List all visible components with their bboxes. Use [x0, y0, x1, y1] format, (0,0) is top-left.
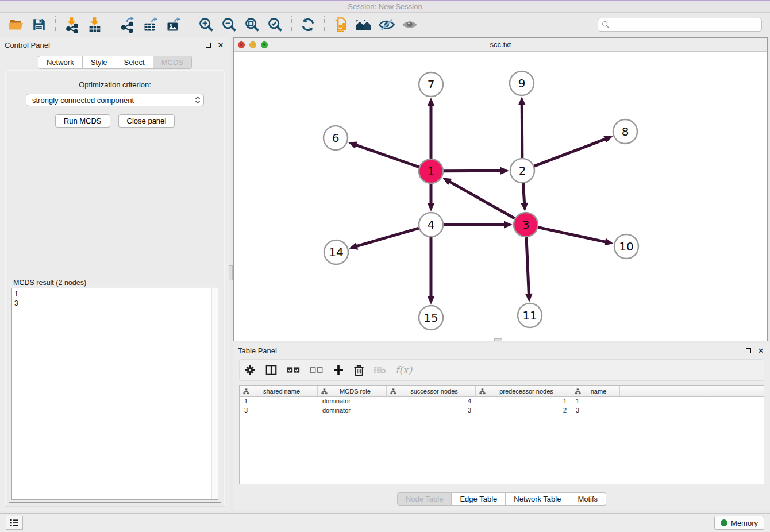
- deselect-all-rows-icon[interactable]: [310, 365, 324, 375]
- select-all-rows-icon[interactable]: [287, 365, 301, 375]
- graph-edge-2-9[interactable]: [518, 97, 526, 158]
- show-all-eye-icon[interactable]: [398, 14, 421, 35]
- network-window-title: scc.txt: [234, 40, 767, 49]
- criterion-dropdown[interactable]: strongly connected component: [26, 94, 204, 106]
- zoom-out-icon[interactable]: [218, 14, 241, 35]
- svg-text:14: 14: [329, 245, 343, 259]
- vertical-splitter-handle[interactable]: [229, 265, 233, 280]
- network-window-titlebar: ✕ − + scc.txt: [234, 38, 767, 52]
- graph-edge-1-7[interactable]: [428, 98, 435, 159]
- refresh-view-icon[interactable]: [297, 14, 319, 35]
- hide-selection-eye-slash-icon[interactable]: [375, 14, 398, 35]
- graph-edge-4-15[interactable]: [428, 237, 435, 304]
- open-session-icon[interactable]: [5, 14, 28, 35]
- control-tab-network[interactable]: Network: [38, 56, 83, 69]
- control-panel: Control Panel ✕ NetworkStyleSelectMCDS O…: [0, 37, 230, 511]
- result-scrollbar[interactable]: [211, 288, 218, 499]
- import-table-icon[interactable]: [83, 14, 106, 35]
- svg-text:8: 8: [622, 125, 629, 138]
- column-header-successor-nodes[interactable]: successor nodes: [387, 386, 476, 396]
- column-header-predecessor-nodes[interactable]: predecessor nodes: [476, 386, 571, 396]
- graph-node-14[interactable]: 14: [324, 240, 348, 264]
- table-row[interactable]: 3dominator323: [240, 406, 764, 415]
- save-session-icon[interactable]: [28, 14, 51, 35]
- zoom-window-icon[interactable]: +: [261, 41, 268, 48]
- horizontal-splitter-handle[interactable]: [494, 338, 502, 341]
- close-panel-icon[interactable]: ✕: [216, 40, 225, 49]
- graph-edge-1-6[interactable]: [348, 141, 419, 167]
- control-tab-mcds[interactable]: MCDS: [153, 56, 192, 69]
- table-panel-header: Table Panel ✕: [233, 343, 770, 358]
- close-table-panel-icon[interactable]: ✕: [756, 346, 765, 355]
- graph-edge-4-3[interactable]: [444, 221, 513, 229]
- toolbar-separator: [291, 16, 292, 33]
- network-graph: 7968124314101511: [234, 52, 767, 341]
- graph-node-9[interactable]: 9: [510, 71, 534, 95]
- graph-edge-3-10[interactable]: [538, 228, 613, 246]
- table-cell: 3: [571, 406, 620, 415]
- float-panel-icon[interactable]: [203, 40, 213, 49]
- add-column-plus-icon[interactable]: [333, 364, 344, 376]
- table-cell: 1: [240, 397, 318, 406]
- zoom-selected-icon[interactable]: [264, 14, 287, 35]
- column-type-icon: [243, 388, 249, 395]
- column-header-name[interactable]: name: [571, 386, 620, 396]
- close-panel-button[interactable]: Close panel: [118, 114, 175, 128]
- column-header-shared-name[interactable]: shared name: [240, 386, 318, 396]
- graph-edge-1-2[interactable]: [444, 167, 509, 175]
- import-network-icon[interactable]: [60, 14, 83, 35]
- table-cell: 1: [476, 397, 571, 406]
- export-image-icon[interactable]: [162, 14, 185, 35]
- table-settings-gear-icon[interactable]: [244, 364, 256, 376]
- graph-node-6[interactable]: 6: [324, 126, 348, 150]
- search-input[interactable]: [612, 21, 758, 29]
- zoom-in-icon[interactable]: [195, 14, 218, 35]
- main-toolbar: [0, 13, 770, 37]
- graph-edge-4-14[interactable]: [349, 228, 419, 249]
- graph-node-15[interactable]: 15: [419, 306, 443, 330]
- graph-node-10[interactable]: 10: [614, 234, 638, 259]
- window-title: Session: New Session: [348, 2, 422, 11]
- run-mcds-button[interactable]: Run MCDS: [55, 114, 110, 128]
- graph-edge-3-11[interactable]: [525, 237, 533, 302]
- control-tab-select[interactable]: Select: [116, 56, 153, 69]
- new-network-from-selection-icon[interactable]: [329, 14, 352, 35]
- close-window-icon[interactable]: ✕: [238, 41, 245, 48]
- network-canvas[interactable]: 7968124314101511: [234, 52, 767, 341]
- table-row[interactable]: 1dominator411: [240, 397, 764, 406]
- graph-node-8[interactable]: 8: [613, 119, 637, 144]
- zoom-fit-icon[interactable]: [241, 14, 264, 35]
- table-toolbar: f(x): [239, 359, 764, 381]
- table-tab-motifs[interactable]: Motifs: [569, 492, 606, 506]
- graph-node-7[interactable]: 7: [419, 72, 443, 97]
- graph-node-3[interactable]: 3: [514, 213, 538, 237]
- window-controls: ✕ − +: [238, 41, 268, 48]
- graph-node-11[interactable]: 11: [518, 303, 542, 327]
- graph-edge-1-4[interactable]: [428, 184, 435, 211]
- column-header-MCDS-role[interactable]: MCDS role: [318, 386, 387, 396]
- application-window: Session: New Session: [0, 0, 770, 532]
- search-field[interactable]: [598, 18, 762, 32]
- graph-edge-2-8[interactable]: [534, 136, 613, 166]
- minimize-window-icon[interactable]: −: [249, 41, 256, 48]
- graph-node-4[interactable]: 4: [419, 213, 443, 237]
- graph-edge-3-1[interactable]: [442, 178, 515, 218]
- export-network-icon[interactable]: [116, 14, 139, 35]
- column-type-icon: [479, 388, 486, 395]
- table-tab-node-table[interactable]: Node Table: [397, 492, 452, 506]
- table-tab-edge-table[interactable]: Edge Table: [452, 492, 506, 506]
- node-table[interactable]: shared nameMCDS rolesuccessor nodesprede…: [239, 385, 764, 484]
- column-visibility-icon[interactable]: [265, 364, 278, 376]
- table-tab-network-table[interactable]: Network Table: [506, 492, 569, 506]
- float-table-panel-icon[interactable]: [744, 346, 753, 355]
- control-tab-style[interactable]: Style: [83, 56, 116, 69]
- graph-node-1[interactable]: 1: [419, 159, 443, 183]
- export-table-icon[interactable]: [139, 14, 162, 35]
- apply-preferred-layout-icon[interactable]: [352, 14, 375, 35]
- mcds-result-box[interactable]: 13: [11, 288, 218, 500]
- memory-button[interactable]: Memory: [714, 516, 764, 530]
- graph-edge-2-3[interactable]: [521, 183, 528, 211]
- delete-column-trash-icon[interactable]: [353, 364, 364, 376]
- graph-node-2[interactable]: 2: [510, 159, 534, 183]
- task-history-list-icon[interactable]: [6, 516, 23, 530]
